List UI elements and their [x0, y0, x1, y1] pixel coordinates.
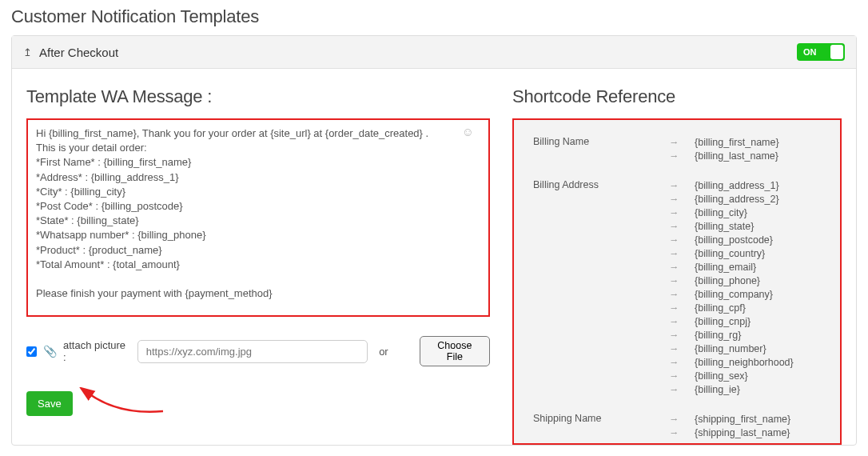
arrow-right-icon: →	[669, 329, 677, 342]
reference-group-label: Billing Address	[533, 179, 669, 397]
choose-file-button[interactable]: Choose File	[420, 336, 490, 366]
arrow-right-icon: →	[669, 370, 677, 383]
shortcode-value: {shipping_last_name}	[695, 426, 790, 440]
shortcode-value: {billing_country}	[695, 247, 765, 261]
shortcode-value: {billing_postcode}	[695, 234, 773, 247]
shortcode-value: {billing_email}	[695, 261, 756, 274]
arrow-right-icon: →	[669, 150, 677, 163]
reference-group-label: Shipping Name	[533, 413, 669, 440]
shortcode-value: {billing_company}	[695, 288, 773, 302]
attach-checkbox[interactable]	[26, 346, 37, 357]
arrow-right-icon: →	[669, 315, 677, 329]
arrow-right-icon: →	[669, 413, 677, 426]
reference-codes: →{billing_address_1}→{billing_address_2}…	[669, 179, 821, 397]
reference-line: →{billing_country}	[669, 247, 821, 261]
reference-group-label: Billing Name	[533, 136, 669, 163]
arrow-right-icon: →	[669, 261, 677, 274]
shortcode-value: {billing_rg}	[695, 329, 741, 342]
chevron-up-icon: ↥	[23, 46, 33, 58]
or-label: or	[374, 346, 393, 358]
arrow-right-icon: →	[669, 356, 677, 370]
reference-line: →{billing_company}	[669, 288, 821, 302]
reference-line: →{shipping_last_name}	[669, 426, 821, 440]
reference-line: →{billing_email}	[669, 261, 821, 274]
arrow-right-icon: →	[669, 206, 677, 220]
arrow-right-icon: →	[669, 383, 677, 397]
reference-line: →{billing_address_2}	[669, 193, 821, 206]
arrow-right-icon: →	[669, 220, 677, 234]
reference-group: Billing Name→{billing_first_name}→{billi…	[533, 136, 821, 163]
accordion-title: After Checkout	[39, 46, 118, 59]
reference-line: →{billing_last_name}	[669, 150, 821, 163]
attach-label: attach picture :	[63, 339, 131, 363]
arrow-right-icon: →	[669, 426, 677, 440]
annotation-arrow-icon	[79, 387, 167, 419]
shortcode-value: {billing_phone}	[695, 274, 760, 288]
emoji-icon[interactable]: ☺	[462, 125, 474, 138]
reference-codes: →{billing_first_name}→{billing_last_name…	[669, 136, 821, 163]
arrow-right-icon: →	[669, 342, 677, 356]
arrow-right-icon: →	[669, 179, 677, 193]
shortcode-value: {shipping_first_name}	[695, 413, 790, 426]
arrow-right-icon: →	[669, 288, 677, 302]
save-button[interactable]: Save	[26, 391, 73, 416]
shortcode-value: {billing_address_1}	[695, 179, 779, 193]
arrow-right-icon: →	[669, 247, 677, 261]
shortcode-reference-box: Billing Name→{billing_first_name}→{billi…	[512, 118, 842, 445]
reference-line: →{billing_cnpj}	[669, 315, 821, 329]
reference-line: →{billing_phone}	[669, 274, 821, 288]
reference-line: →{billing_ie}	[669, 383, 821, 397]
shortcode-value: {billing_number}	[695, 342, 766, 356]
reference-line: →{billing_neighborhood}	[669, 356, 821, 370]
arrow-right-icon: →	[669, 193, 677, 206]
arrow-right-icon: →	[669, 136, 677, 150]
accordion-after-checkout: ↥ After Checkout ON Template WA Message …	[11, 35, 857, 446]
reference-line: →{billing_number}	[669, 342, 821, 356]
toggle-label: ON	[803, 47, 817, 57]
shortcode-value: {billing_cpf}	[695, 302, 746, 315]
reference-group: Billing Address→{billing_address_1}→{bil…	[533, 179, 821, 397]
shortcode-value: {billing_city}	[695, 206, 747, 220]
shortcode-value: {billing_state}	[695, 220, 754, 234]
reference-group: Shipping Name→{shipping_first_name}→{shi…	[533, 413, 821, 440]
toggle-knob	[830, 45, 843, 59]
accordion-header[interactable]: ↥ After Checkout ON	[12, 36, 856, 69]
reference-line: →{billing_address_1}	[669, 179, 821, 193]
shortcode-value: {billing_last_name}	[695, 150, 778, 163]
reference-section-title: Shortcode Reference	[512, 86, 842, 107]
page-title: Customer Notification Templates	[11, 6, 857, 27]
reference-line: →{billing_first_name}	[669, 136, 821, 150]
reference-line: →{billing_postcode}	[669, 234, 821, 247]
reference-line: →{billing_cpf}	[669, 302, 821, 315]
arrow-right-icon: →	[669, 234, 677, 247]
paperclip-icon: 📎	[43, 345, 57, 358]
shortcode-value: {billing_first_name}	[695, 136, 779, 150]
message-editor-container: ☺	[26, 118, 490, 317]
template-section-title: Template WA Message :	[26, 86, 490, 107]
message-textarea[interactable]	[28, 120, 488, 312]
shortcode-value: {billing_sex}	[695, 370, 748, 383]
reference-line: →{billing_rg}	[669, 329, 821, 342]
toggle-on[interactable]: ON	[797, 43, 845, 61]
shortcode-value: {billing_neighborhood}	[695, 356, 794, 370]
shortcode-value: {billing_ie}	[695, 383, 740, 397]
reference-line: →{shipping_first_name}	[669, 413, 821, 426]
shortcode-value: {billing_address_2}	[695, 193, 779, 206]
reference-line: →{billing_state}	[669, 220, 821, 234]
reference-line: →{billing_sex}	[669, 370, 821, 383]
picture-url-input[interactable]	[137, 340, 368, 363]
reference-codes: →{shipping_first_name}→{shipping_last_na…	[669, 413, 821, 440]
arrow-right-icon: →	[669, 274, 677, 288]
arrow-right-icon: →	[669, 302, 677, 315]
reference-line: →{billing_city}	[669, 206, 821, 220]
shortcode-value: {billing_cnpj}	[695, 315, 751, 329]
